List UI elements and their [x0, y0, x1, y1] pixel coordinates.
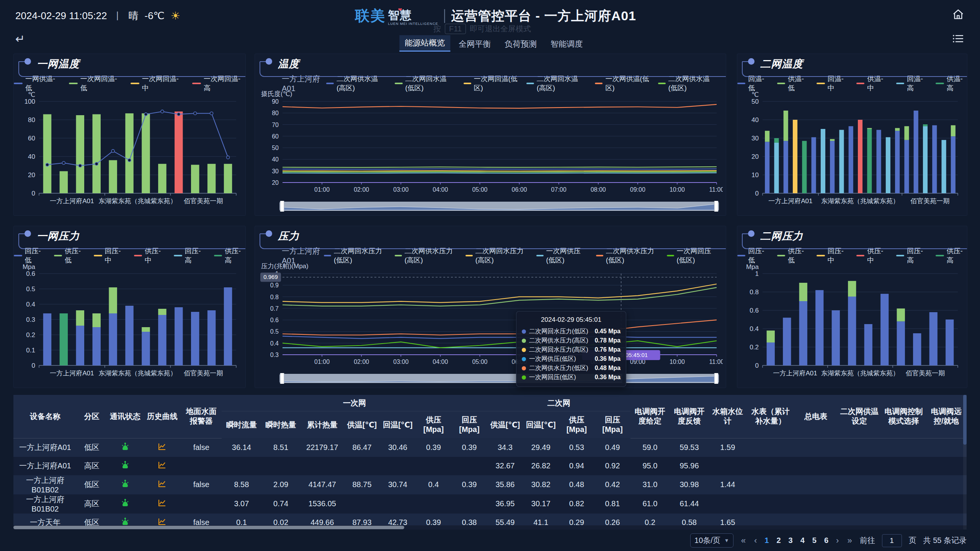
table-vertical-scrollbar[interactable] [963, 395, 967, 530]
legend-item[interactable]: 供压-中 [134, 246, 166, 265]
device-table: 设备名称分区通讯状态历史曲线地面水面报警器一次网二次网电调阀开度给定电调阀开度反… [13, 395, 967, 530]
table-cell: 0.39 [451, 475, 487, 494]
table-cell: 一方上河府B01B02 [13, 494, 77, 514]
svg-text:20: 20 [751, 153, 759, 160]
svg-text:50: 50 [272, 145, 279, 151]
legend-item[interactable]: 二次网供水温(低区) [658, 74, 718, 93]
legend-item[interactable]: 二次网回水压力(高区) [466, 246, 528, 265]
legend-marker [777, 255, 785, 256]
legend-marker [856, 255, 864, 256]
legend-item[interactable]: 供温-高 [936, 74, 967, 93]
column-header: 回压[Mpa] [595, 411, 630, 439]
legend-item[interactable]: 回压-高 [896, 246, 928, 265]
home-icon[interactable] [952, 8, 965, 22]
table-cell: false [181, 438, 222, 457]
table-cell: 95.96 [670, 457, 709, 475]
svg-text:东湖紫东苑（兆城紫东苑）: 东湖紫东苑（兆城紫东苑） [821, 370, 899, 377]
panel-temperature-trend: 温度 一方上河府A01 二次网供水温(高区)二次网回水温(低区)一次网回温(低区… [255, 54, 726, 216]
legend-item[interactable]: 二次网回水压力(低区) [324, 246, 386, 265]
table-cell [451, 494, 487, 514]
legend-item[interactable]: 一次网回温-高 [192, 74, 245, 93]
weather-text: 晴 [129, 9, 139, 23]
pressure-trend-chart[interactable]: 0.30.40.50.60.70.80.91压力(兆帕)(Mpa)01:0002… [258, 262, 723, 368]
legend-marker [69, 83, 78, 84]
tab-3[interactable]: 智能调度 [545, 36, 588, 52]
net2-temperature-chart[interactable]: 01020304050℃一方上河府A01东湖紫东苑（兆城紫东苑）佰官美苑一期 [740, 90, 964, 210]
chevron-down-icon: ▼ [724, 538, 729, 543]
series-dot-icon [522, 339, 526, 343]
table-cell: 61.44 [670, 494, 709, 514]
page-number-3[interactable]: 3 [789, 536, 793, 545]
data-zoom-slider[interactable] [279, 201, 719, 212]
legend-item[interactable]: 一网供温-低 [14, 74, 60, 93]
legend-item[interactable]: 回温-中 [817, 74, 848, 93]
next-page-button[interactable]: › [835, 536, 840, 546]
legend-label: 供温-低 [788, 74, 808, 93]
panel-dot-icon [24, 58, 31, 65]
legend-item[interactable]: 二次网回水温(低区) [395, 74, 455, 93]
svg-text:10:00: 10:00 [670, 186, 685, 193]
net1-temperature-chart[interactable]: 020406080100℃一方上河府A01东湖紫东苑（兆城紫东苑）佰官美苑一期 [17, 90, 242, 210]
svg-text:40: 40 [28, 153, 35, 160]
table-cell [882, 475, 926, 494]
page-size-select[interactable]: 10条/页 ▼ [690, 533, 733, 548]
list-menu-icon[interactable] [952, 34, 964, 45]
net2-pressure-chart[interactable]: 00.20.40.60.81Mpa一方上河府A01东湖紫东苑（兆城紫东苑）佰官美… [740, 262, 964, 382]
table-cell [222, 457, 261, 475]
table-cell [795, 438, 837, 457]
table-cell: 35.86 [487, 475, 523, 494]
legend-item[interactable]: 回压-低 [737, 246, 769, 265]
legend-item[interactable]: 供压-高 [936, 246, 967, 265]
legend-item[interactable]: 供温-中 [856, 74, 888, 93]
history-curve-icon[interactable] [144, 494, 181, 514]
back-return-icon[interactable]: ↵ [15, 32, 25, 46]
legend-item[interactable]: 回温-低 [737, 74, 769, 93]
legend-item[interactable]: 二次网供水温(高区) [326, 74, 386, 93]
tab-2[interactable]: 负荷预测 [499, 36, 542, 52]
legend-item[interactable]: 二次网供水压力(高区) [395, 246, 457, 265]
legend-item[interactable]: 供压-低 [54, 246, 86, 265]
temperature-trend-chart[interactable]: 2030405060708090摄氏度(℃)01:0002:0003:0004:… [258, 90, 723, 196]
table-cell [882, 438, 926, 457]
page-number-5[interactable]: 5 [812, 536, 817, 545]
history-curve-icon[interactable] [144, 438, 181, 457]
legend-item[interactable]: 供压-低 [777, 246, 808, 265]
svg-text:1: 1 [755, 270, 759, 277]
legend-item[interactable]: 一次网回温(低区) [464, 74, 518, 93]
legend-item[interactable]: 一次网回温-中 [131, 74, 184, 93]
table-horizontal-scrollbar[interactable] [13, 525, 967, 530]
legend-item[interactable]: 一次网供压(低区) [536, 246, 588, 265]
legend-item[interactable]: 回压-中 [817, 246, 848, 265]
history-curve-icon[interactable] [144, 457, 181, 475]
data-zoom-slider[interactable] [279, 373, 719, 384]
legend-item[interactable]: 一次网供温(低区) [595, 74, 649, 93]
svg-text:04:00: 04:00 [433, 359, 448, 365]
legend-item[interactable]: 二次网回水温(高区) [526, 74, 586, 93]
tab-1[interactable]: 全网平衡 [453, 36, 496, 52]
legend-item[interactable]: 供温-低 [777, 74, 808, 93]
goto-page-input[interactable] [882, 534, 902, 547]
legend-item[interactable]: 二次网供水压力(低区) [596, 246, 658, 265]
net1-pressure-chart[interactable]: 00.10.20.30.40.50.6Mpa一方上河府A01东湖紫东苑（兆城紫东… [17, 262, 242, 382]
legend-marker [134, 255, 142, 256]
page-number-4[interactable]: 4 [800, 536, 805, 545]
tab-0[interactable]: 能源站概览 [399, 35, 450, 52]
page-number-6[interactable]: 6 [824, 536, 828, 545]
legend-item[interactable]: 供压-中 [856, 246, 888, 265]
last-page-button[interactable]: » [846, 536, 853, 546]
history-curve-icon[interactable] [144, 475, 181, 494]
prev-page-button[interactable]: ‹ [753, 536, 758, 546]
first-page-button[interactable]: « [740, 536, 746, 546]
legend-item[interactable]: 回压-中 [94, 246, 126, 265]
legend-item[interactable]: 一次网回压(低区) [667, 246, 718, 265]
legend-item[interactable]: 回压-低 [14, 246, 46, 265]
legend-item[interactable]: 供压-高 [214, 246, 246, 265]
svg-text:04:00: 04:00 [433, 186, 448, 193]
legend-item[interactable]: 一次网回温-低 [69, 74, 122, 93]
page-number-1[interactable]: 1 [764, 536, 769, 545]
legend-item[interactable]: 回压-高 [174, 246, 206, 265]
page-number-2[interactable]: 2 [776, 536, 781, 545]
legend-item[interactable]: 回温-高 [896, 74, 928, 93]
column-header: 分区 [77, 395, 107, 438]
svg-text:20: 20 [28, 171, 35, 179]
